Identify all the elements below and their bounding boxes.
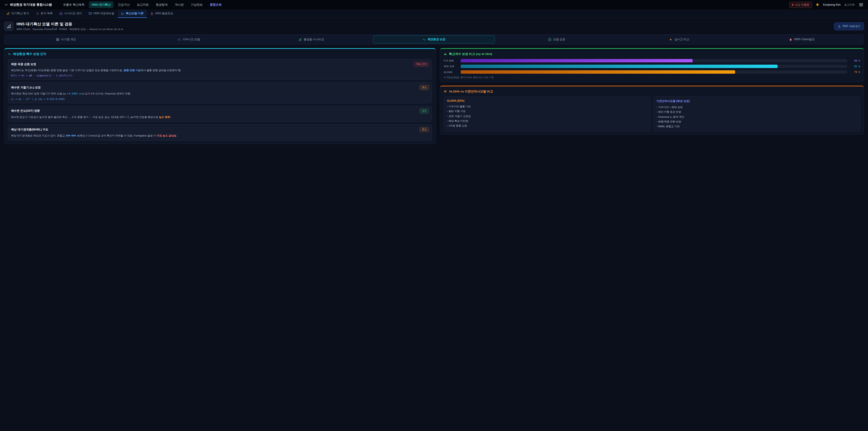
factor-title: 해수면 온도(SST) 영향 (11, 109, 40, 113)
bar-fill (461, 65, 778, 68)
factor-mabl-structure: 해상 대기경계층(MABL) 구조 중요 해양 대기경계층은 육상과 구조가 상… (8, 124, 432, 140)
chart-footnote: ※ D등급(중립), 풍속 5 m/s, 풍하거리 1 km 기준 (444, 76, 860, 79)
tab-system-overview[interactable]: 시스템 개요 (5, 35, 127, 43)
wave-icon (423, 38, 426, 41)
factor-formula: z₀ = αc · u*² / g (αc ≈ 0.011~0.018) (11, 98, 429, 100)
folder-icon (59, 12, 63, 15)
factor-badge: 중요 (420, 85, 429, 90)
subtab-label: 확산모델 이론 (126, 11, 144, 16)
tab-substance-scenarios[interactable]: 물질별 시나리오 (250, 35, 372, 43)
card-title-text: 확산계수 보정 비교 (σy at 1km) (449, 52, 492, 56)
nav-item-hns-atmospheric[interactable]: HNS·대기확산 (89, 1, 114, 8)
factor-title: 해수면 거칠기 (z₀) 보정 (11, 86, 41, 90)
incident-status-badge[interactable]: 사고 진행중 (789, 2, 812, 8)
bar-track (461, 70, 847, 74)
tab-model-validation[interactable]: 모델 검증 (496, 35, 618, 43)
pencil-icon (6, 12, 10, 15)
bar-track (461, 65, 847, 68)
book-icon (89, 12, 92, 15)
subtab-label: HNS 물질정보 (155, 11, 173, 16)
list-item: 가우시안 + 해양 보정 (657, 105, 857, 110)
main-nav: 유출유 확산예측 HNS·대기확산 긴급구난 보고자료 항공탐색 게시판 기상정… (60, 1, 224, 8)
marine-correction-factors-card: 해양환경 특수 보정 인자 해풍·육풍 순환 보정 핵심 인자 해안에서는 주간… (4, 48, 436, 144)
factor-body: 해수면 온도가 기온보다 높으면 열적 불안정 촉진 → 수직 혼합 증가 → … (11, 115, 429, 119)
flame-icon (789, 38, 792, 41)
dispersion-coefficient-chart-card: 확산계수 보정 비교 (σy at 1km) P-G 원본 68 m 해양 보정… (440, 48, 864, 82)
notification-bell-icon[interactable] (815, 3, 819, 7)
tab-gaussian-model[interactable]: 가우시안 모델 (128, 35, 250, 43)
subtab-hns-substance-info[interactable]: HNS 물질정보 (147, 9, 177, 18)
factor-sst-effect: 해수면 온도(SST) 영향 보조 해수면 온도가 기온보다 높으면 열적 불안… (8, 106, 432, 122)
incident-badge-label: 사고 진행중 (795, 3, 809, 7)
factor-title: 해상 대기경계층(MABL) 구조 (11, 128, 48, 131)
bar-row-aloha: ALOHA 78 m (444, 70, 860, 74)
tab-realtime-comparison[interactable]: 실시간 비교 (618, 35, 740, 43)
bar-label: 해양 보정 (444, 65, 458, 68)
factor-badge: 중요 (420, 127, 429, 132)
subtab-atmospheric-analysis[interactable]: 대기확산 분석 (3, 9, 32, 18)
factor-body: 해안에서는 주간(해풍)·야간(육풍) 풍향 전환 발생. 기존 가우시안 모델… (11, 68, 429, 72)
bar-label: ALOHA (444, 71, 458, 73)
list-icon (36, 12, 39, 15)
nav-item-reports[interactable]: 보고자료 (134, 1, 151, 8)
download-icon (838, 25, 841, 28)
brand[interactable]: 해양환경 위기대응 통합시스템 (4, 3, 52, 7)
nav-item-board[interactable]: 게시판 (172, 1, 186, 8)
bar-value: 68 m (850, 59, 860, 62)
subtab-dispersion-theory[interactable]: 확산모델 이론 (118, 9, 147, 18)
pdf-export-label: PDF 내보내기 (843, 24, 860, 28)
bar-value: 92 m (850, 65, 860, 68)
subtab-scenario-management[interactable]: 시나리오 관리 (56, 9, 85, 18)
list-item: 1차원 풍향 고정 (447, 123, 647, 128)
view-tab-label: 시스템 개요 (61, 37, 76, 41)
view-tab-label: 해양환경 보정 (428, 37, 445, 41)
grid-icon (56, 38, 59, 41)
view-tab-label: 가우시안 모델 (182, 37, 200, 41)
panel-lee-model: 이문진박사모델 (해양 보정) 가우시안 + 해양 보정 해안 지형 효과 반영… (653, 96, 860, 131)
bar-track (461, 59, 847, 62)
list-item: 가우시안 플룸 기반 (447, 104, 647, 109)
top-navbar: 해양환경 위기대응 통합시스템 유출유 확산예측 HNS·대기확산 긴급구난 보… (0, 0, 868, 9)
panel-aloha: ALOHA (EPA) 가우시안 플룸 기반 평탄 지형 가정 표면 거칠기 고… (444, 96, 651, 131)
tab-wrf-chem[interactable]: WRF-Chem발전 (741, 35, 863, 43)
factor-body: 해수면은 육상 대비 표면 거칠기가 매우 낮음 (z₀ ≈ 0.0002 m … (11, 92, 429, 96)
bar-value: 78 m (850, 70, 860, 73)
factor-sea-surface-roughness: 해수면 거칠기 (z₀) 보정 중요 해수면은 육상 대비 표면 거칠기가 매우… (8, 82, 432, 103)
list-item: 평탄 지형 가정 (447, 109, 647, 114)
logout-button[interactable]: 로그아웃 (844, 3, 855, 6)
view-tab-label: WRF-Chem발전 (794, 37, 815, 41)
pdf-export-button[interactable]: PDF 내보내기 (834, 22, 864, 30)
check-square-icon (548, 38, 551, 41)
bar-label: P-G 원본 (444, 59, 458, 62)
subtab-label: 대기확산 분석 (11, 11, 29, 16)
factor-formula: θ(t) = θ₀ + Δθ · sigmoid((t - t_shift)/τ… (11, 74, 429, 77)
user-name: Eunjeong Kim (823, 3, 841, 6)
list-item: Charnock z₀ 동적 계산 (657, 115, 857, 119)
factor-badge: 보조 (420, 109, 429, 114)
factor-sea-land-breeze: 해풍·육풍 순환 보정 핵심 인자 해안에서는 주간(해풍)·야간(육풍) 풍향… (8, 59, 432, 80)
list-item: 해안 지형 효과 반영 (657, 110, 857, 114)
bar-chart-icon (444, 53, 447, 56)
factor-badge: 핵심 인자 (414, 62, 429, 67)
panel-header: ALOHA (EPA) (447, 99, 647, 102)
factor-body: 해양 대기경계층은 육상과 구조가 상이. 혼합고 300~800 m(육상 1… (11, 133, 429, 137)
subtab-analysis-list[interactable]: 분석 목록 (32, 9, 56, 18)
nav-item-weather[interactable]: 기상정보 (188, 1, 206, 8)
nav-item-integrated-search[interactable]: 통합조회 (207, 1, 224, 8)
page-title: HNS 대기확산 모델 이론 및 검증 (17, 22, 123, 27)
bar-row-marine-corrected: 해양 보정 92 m (444, 65, 860, 68)
chart-line-icon (121, 12, 124, 15)
tab-marine-correction[interactable]: 해양환경 보정 (373, 35, 495, 43)
hamburger-menu-icon[interactable] (858, 2, 864, 7)
nav-item-aerial-search[interactable]: 항공탐색 (153, 1, 170, 8)
nav-item-oil-dispersion[interactable]: 유출유 확산예측 (60, 1, 88, 8)
nav-item-emergency-rescue[interactable]: 긴급구난 (115, 1, 132, 8)
model-comparison-card: ALOHA vs 이문진박사모델 비교 ALOHA (EPA) 가우시안 플룸 … (440, 86, 864, 134)
subtab-hns-manual[interactable]: HNS 대응매뉴얼 (85, 9, 118, 18)
list-item: 해풍/육풍 전환 반영 (657, 119, 857, 124)
subtab-label: HNS 대응매뉴얼 (93, 11, 114, 16)
bar-fill (461, 70, 735, 74)
page-subtitle: WRF-Chem · Gaussian Plume/Puff · ROMS · … (17, 28, 123, 31)
card-title-text: ALOHA vs 이문진박사모델 비교 (449, 90, 493, 94)
pencil-icon (299, 38, 302, 41)
